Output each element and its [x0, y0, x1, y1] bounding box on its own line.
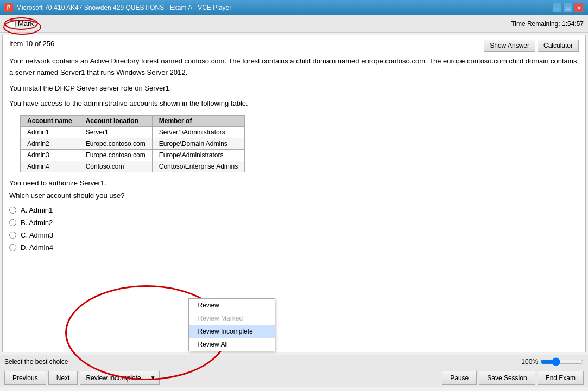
table-cell: Admin1: [21, 127, 79, 138]
toolbar: Mark Time Remaining: 1:54:57: [0, 15, 588, 33]
review-incomplete-button[interactable]: Review Incomplete: [80, 371, 146, 385]
window-controls[interactable]: ─ □ ✕: [552, 3, 584, 12]
table-cell: Server1: [79, 127, 152, 138]
dropdown-item-review-marked: Review Marked: [189, 312, 275, 325]
table-row: Admin2Europe.contoso.comEurope\Domain Ad…: [21, 138, 245, 150]
mark-checkbox[interactable]: [9, 20, 16, 27]
mark-area[interactable]: Mark: [4, 17, 38, 30]
next-button[interactable]: Next: [48, 371, 78, 385]
zoom-slider[interactable]: [540, 357, 584, 366]
header-buttons: Show Answer Calculator: [484, 40, 579, 52]
show-answer-button[interactable]: Show Answer: [484, 40, 535, 52]
status-text: Select the best choice: [4, 358, 68, 366]
dropdown-item-review-all[interactable]: Review All: [189, 338, 275, 351]
table-cell: Europe.contoso.com: [79, 150, 152, 161]
radio-c[interactable]: [9, 232, 16, 239]
option-a[interactable]: A. Admin1: [9, 206, 579, 214]
zoom-label: 100%: [521, 358, 538, 366]
radio-d[interactable]: [9, 244, 16, 251]
option-c[interactable]: C. Admin3: [9, 231, 579, 239]
table-cell: Contoso\Enterprise Admins: [152, 161, 244, 172]
col-header-location: Account location: [79, 116, 152, 127]
dropdown-item-review-incomplete[interactable]: Review Incomplete: [189, 325, 275, 338]
window-title: Microsoft 70-410 AK47 Snowden 429 QUESTI…: [16, 4, 552, 11]
restore-button[interactable]: □: [563, 3, 573, 12]
option-label-c: C. Admin3: [21, 231, 53, 239]
mark-label: Mark: [18, 20, 34, 28]
status-bar: Select the best choice 100%: [0, 355, 588, 368]
table-cell: Admin3: [21, 150, 79, 161]
col-header-member: Member of: [152, 116, 244, 127]
end-exam-button[interactable]: End Exam: [538, 371, 584, 385]
answer-options: A. Admin1B. Admin2C. Admin3D. Admin4: [9, 206, 579, 252]
right-buttons: Pause Save Session End Exam: [442, 371, 584, 385]
table-row: Admin3Europe.contoso.comEurope\Administr…: [21, 150, 245, 161]
option-label-b: B. Admin2: [21, 219, 53, 227]
option-label-a: A. Admin1: [21, 206, 53, 214]
table-row: Admin4Contoso.comContoso\Enterprise Admi…: [21, 161, 245, 172]
zoom-area: 100%: [521, 357, 584, 366]
question-number: Item 10 of 256: [9, 40, 54, 48]
radio-a[interactable]: [9, 207, 16, 214]
question-header: Item 10 of 256 Show Answer Calculator: [9, 40, 579, 52]
option-b[interactable]: B. Admin2: [9, 219, 579, 227]
minimize-button[interactable]: ─: [552, 3, 562, 12]
table-cell: Admin2: [21, 138, 79, 150]
pause-button[interactable]: Pause: [442, 371, 477, 385]
calculator-button[interactable]: Calculator: [538, 40, 579, 52]
table-cell: Europe.contoso.com: [79, 138, 152, 150]
save-session-button[interactable]: Save Session: [479, 371, 535, 385]
question-text: Your network contains an Active Director…: [9, 56, 579, 110]
button-bar: Previous Next Review Incomplete ▼ Review…: [0, 368, 588, 387]
previous-button[interactable]: Previous: [4, 371, 46, 385]
table-cell: Server1\Administrators: [152, 127, 244, 138]
table-cell: Europe\Administrators: [152, 150, 244, 161]
time-remaining: Time Remaining: 1:54:57: [511, 20, 584, 28]
col-header-name: Account name: [21, 116, 79, 127]
question-paragraph-2: You install the DHCP Server server role …: [9, 83, 579, 94]
table-cell: Europe\Domain Admins: [152, 138, 244, 150]
dropdown-menu: ReviewReview MarkedReview IncompleteRevi…: [188, 298, 275, 351]
review-incomplete-dropdown-button[interactable]: ▼: [147, 371, 160, 385]
question-paragraph-1: Your network contains an Active Director…: [9, 56, 579, 79]
table-body: Admin1Server1Server1\AdministratorsAdmin…: [21, 127, 245, 172]
review-incomplete-group[interactable]: Review Incomplete ▼ ReviewReview MarkedR…: [80, 371, 159, 385]
radio-b[interactable]: [9, 219, 16, 226]
account-table: Account name Account location Member of …: [20, 115, 245, 172]
close-button[interactable]: ✕: [574, 3, 584, 12]
table-row: Admin1Server1Server1\Administrators: [21, 127, 245, 138]
option-label-d: D. Admin4: [21, 243, 53, 252]
table-cell: Admin4: [21, 161, 79, 172]
question-paragraph-3: You have access to the administrative ac…: [9, 98, 579, 110]
main-content: Item 10 of 256 Show Answer Calculator Yo…: [2, 35, 586, 352]
option-d[interactable]: D. Admin4: [9, 243, 579, 252]
title-bar: P Microsoft 70-410 AK47 Snowden 429 QUES…: [0, 0, 588, 15]
table-cell: Contoso.com: [79, 161, 152, 172]
question-paragraph-4: You need to authorize Server1. Which use…: [9, 179, 579, 200]
dropdown-item-review[interactable]: Review: [189, 299, 275, 312]
app-icon: P: [4, 3, 13, 12]
